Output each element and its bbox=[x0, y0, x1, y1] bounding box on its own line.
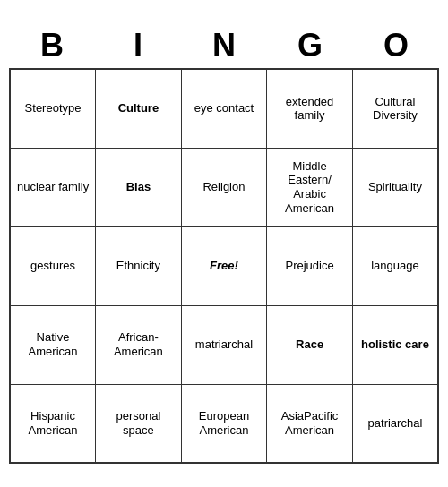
cell-r1-c4: Spirituality bbox=[352, 148, 438, 226]
cell-r1-c0: nuclear family bbox=[10, 148, 96, 226]
cell-r4-c0: Hispanic American bbox=[10, 384, 96, 463]
letter-b: B bbox=[13, 27, 91, 64]
cell-r0-c3: extended family bbox=[267, 69, 353, 148]
cell-r3-c1: African-American bbox=[96, 305, 182, 384]
cell-r0-c4: Cultural Diversity bbox=[352, 69, 438, 148]
cell-r3-c2: matriarchal bbox=[181, 305, 267, 384]
cell-r2-c2: Free! bbox=[181, 226, 267, 305]
cell-r3-c4: holistic care bbox=[352, 305, 438, 384]
letter-g: G bbox=[271, 27, 349, 64]
cell-r0-c0: Stereotype bbox=[10, 69, 96, 148]
cell-r1-c3: Middle Eastern/ Arabic American bbox=[267, 148, 353, 226]
cell-r3-c3: Race bbox=[267, 305, 353, 384]
cell-r4-c2: European American bbox=[181, 384, 267, 463]
cell-r2-c1: Ethnicity bbox=[96, 226, 182, 305]
cell-r0-c2: eye contact bbox=[181, 69, 267, 148]
cell-r2-c3: Prejudice bbox=[267, 226, 353, 305]
bingo-title: B I N G O bbox=[9, 23, 439, 68]
cell-r3-c0: Native American bbox=[10, 305, 96, 384]
letter-o: O bbox=[357, 27, 435, 64]
cell-r4-c3: AsiaPacific American bbox=[267, 384, 353, 463]
cell-r1-c2: Religion bbox=[181, 148, 267, 226]
cell-r4-c4: patriarchal bbox=[352, 384, 438, 463]
letter-n: N bbox=[185, 27, 263, 64]
cell-r2-c4: language bbox=[352, 226, 438, 305]
cell-r1-c1: Bias bbox=[96, 148, 182, 226]
cell-r0-c1: Culture bbox=[96, 69, 182, 148]
letter-i: I bbox=[99, 27, 177, 64]
cell-r4-c1: personal space bbox=[96, 384, 182, 463]
bingo-card: B I N G O StereotypeCultureeye contactex… bbox=[9, 23, 439, 464]
bingo-grid: StereotypeCultureeye contactextended fam… bbox=[9, 68, 439, 464]
cell-r2-c0: gestures bbox=[10, 226, 96, 305]
